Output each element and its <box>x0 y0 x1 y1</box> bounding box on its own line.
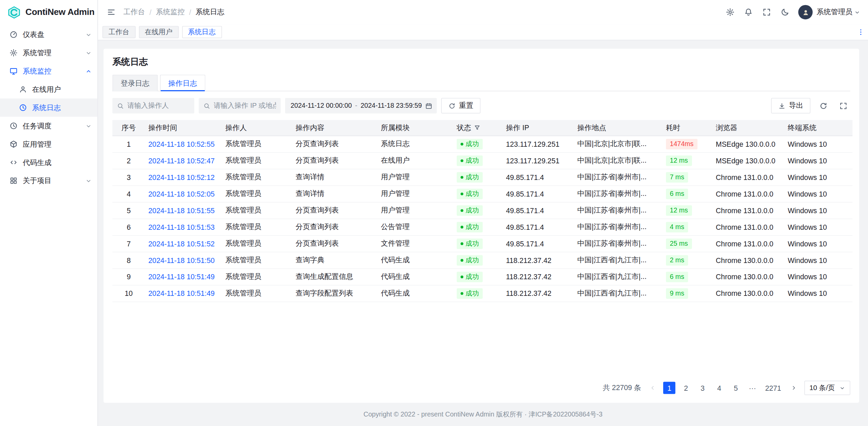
operation-time-link[interactable]: 2024-11-18 10:51:50 <box>149 256 215 264</box>
cell-time: 2024-11-18 10:51:55 <box>149 202 225 219</box>
cell-module: 在线用户 <box>381 152 457 169</box>
nav-tab-2[interactable]: 系统日志 <box>182 26 222 38</box>
operation-time-link[interactable]: 2024-11-18 10:52:47 <box>149 156 215 164</box>
operator-search-input[interactable] <box>127 102 190 109</box>
duration-badge: 6 ms <box>666 271 688 282</box>
log-tab-1[interactable]: 操作日志 <box>160 75 205 91</box>
pagination-ellipsis[interactable]: ··· <box>746 382 758 394</box>
breadcrumb: 工作台/系统监控/系统日志 <box>123 7 224 17</box>
sidebar-menu: 仪表盘系统管理系统监控在线用户系统日志任务调度应用管理代码生成关于项目 <box>0 24 97 190</box>
dark-mode-button[interactable] <box>778 5 792 19</box>
cell-status: 成功 <box>457 285 506 302</box>
table-row: 72024-11-18 10:51:52系统管理员分页查询列表文件管理成功49.… <box>112 235 852 252</box>
status-badge: 成功 <box>457 288 483 299</box>
notifications-button[interactable] <box>741 5 755 19</box>
operation-time-link[interactable]: 2024-11-18 10:51:49 <box>149 289 215 297</box>
tab-actions-icon[interactable] <box>857 28 865 36</box>
pagination-page-2271[interactable]: 2271 <box>763 382 783 394</box>
funnel-icon[interactable] <box>474 124 481 131</box>
cell-duration: 12 ms <box>666 152 716 169</box>
menu-collapse-button[interactable] <box>105 5 118 19</box>
duration-badge: 4 ms <box>666 222 688 232</box>
status-dot <box>460 209 463 211</box>
pagination-page-3[interactable]: 3 <box>696 382 709 394</box>
table-row: 82024-11-18 10:51:50系统管理员查询字典代码生成成功118.2… <box>112 252 852 268</box>
operation-time-link[interactable]: 2024-11-18 10:51:49 <box>149 272 215 281</box>
date-range-picker[interactable]: 2024-11-12 00:00:00 - 2024-11-18 23:59:5… <box>285 98 437 114</box>
status-badge: 成功 <box>457 155 483 166</box>
cell-browser: Chrome 131.0.0.0 <box>716 185 788 202</box>
operator-search-box[interactable] <box>112 98 194 114</box>
cell-ip: 49.85.171.4 <box>506 235 577 252</box>
sidebar-item-system-management[interactable]: 系统管理 <box>0 44 97 62</box>
pagination-prev-button[interactable] <box>647 382 659 394</box>
breadcrumb-item[interactable]: 系统监控 <box>156 7 185 17</box>
cell-status: 成功 <box>457 136 506 152</box>
table-fullscreen-button[interactable] <box>836 99 850 113</box>
operation-log-table: 序号操作时间操作人操作内容所属模块状态操作 IP操作地点耗时浏览器终端系统 12… <box>112 120 852 302</box>
sidebar-item-system-logs[interactable]: 系统日志 <box>0 99 97 117</box>
table-refresh-button[interactable] <box>816 99 830 113</box>
sidebar-item-code-generation[interactable]: 代码生成 <box>0 153 97 171</box>
nav-tab-0[interactable]: 工作台 <box>102 26 135 38</box>
pagination-page-4[interactable]: 4 <box>713 382 725 394</box>
fullscreen-button[interactable] <box>760 5 774 19</box>
cell-duration: 9 ms <box>666 285 716 302</box>
sidebar-item-online-users[interactable]: 在线用户 <box>0 80 97 99</box>
cell-location: 中国|江苏省|泰州市|... <box>577 219 666 235</box>
user-menu[interactable]: 系统管理员 <box>816 7 860 17</box>
footer-copyright: Copyright © 2022 - present ContiNew Admi… <box>98 403 868 426</box>
sidebar-item-system-monitor[interactable]: 系统监控 <box>0 62 97 80</box>
sidebar-item-label: 在线用户 <box>32 84 92 94</box>
cell-module: 用户管理 <box>381 202 457 219</box>
duration-badge: 1474ms <box>666 139 697 149</box>
log-tabs: 登录日志操作日志 <box>112 75 850 91</box>
expand-icon <box>839 102 847 110</box>
ip-search-box[interactable] <box>199 98 281 114</box>
sidebar-item-about-project[interactable]: 关于项目 <box>0 171 97 190</box>
pagination-next-button[interactable] <box>788 382 800 394</box>
sidebar: ContiNew Admin 仪表盘系统管理系统监控在线用户系统日志任务调度应用… <box>0 0 98 426</box>
cell-status: 成功 <box>457 202 506 219</box>
ip-search-input[interactable] <box>214 102 276 109</box>
logo[interactable]: ContiNew Admin <box>0 0 97 24</box>
cell-browser: Chrome 130.0.0.0 <box>716 285 788 302</box>
operation-time-link[interactable]: 2024-11-18 10:51:52 <box>149 239 215 247</box>
reset-button[interactable]: 重置 <box>441 98 480 114</box>
cell-operator: 系统管理员 <box>225 285 295 302</box>
log-card: 系统日志 登录日志操作日志 2024-11-12 00:00:00 - 20 <box>103 49 859 403</box>
status-badge: 成功 <box>457 222 483 232</box>
sidebar-item-dashboard[interactable]: 仪表盘 <box>0 25 97 44</box>
sidebar-item-task-schedule[interactable]: 任务调度 <box>0 117 97 135</box>
status-badge: 成功 <box>457 172 483 182</box>
cell-time: 2024-11-18 10:52:05 <box>149 185 225 202</box>
cell-content: 查询字段配置列表 <box>296 285 381 302</box>
cell-location: 中国|江西省|九江市|... <box>577 268 666 285</box>
operation-time-link[interactable]: 2024-11-18 10:52:12 <box>149 173 215 181</box>
operation-time-link[interactable]: 2024-11-18 10:51:53 <box>149 223 215 231</box>
table-row: 12024-11-18 10:52:55系统管理员分页查询列表系统日志成功123… <box>112 136 852 152</box>
operation-time-link[interactable]: 2024-11-18 10:52:55 <box>149 140 215 148</box>
pagination-page-5[interactable]: 5 <box>730 382 742 394</box>
page-size-select[interactable]: 10 条/页 <box>804 381 850 395</box>
nav-tab-1[interactable]: 在线用户 <box>139 26 179 38</box>
sidebar-item-label: 系统日志 <box>32 103 92 113</box>
cell-content: 分页查询列表 <box>296 152 381 169</box>
settings-button[interactable] <box>723 5 737 19</box>
pagination-page-1[interactable]: 1 <box>663 382 675 394</box>
cell-module: 代码生成 <box>381 268 457 285</box>
cell-module: 用户管理 <box>381 169 457 185</box>
operation-time-link[interactable]: 2024-11-18 10:52:05 <box>149 189 215 198</box>
log-tab-0[interactable]: 登录日志 <box>112 75 158 91</box>
cell-ip: 118.212.37.42 <box>506 268 577 285</box>
status-dot <box>460 176 463 178</box>
pagination-page-2[interactable]: 2 <box>680 382 692 394</box>
operation-time-link[interactable]: 2024-11-18 10:51:55 <box>149 206 215 214</box>
cell-location: 中国|江苏省|泰州市|... <box>577 185 666 202</box>
status-dot <box>460 159 463 162</box>
cell-index: 5 <box>112 202 148 219</box>
sidebar-item-app-management[interactable]: 应用管理 <box>0 135 97 153</box>
breadcrumb-item[interactable]: 工作台 <box>123 7 145 17</box>
export-button[interactable]: 导出 <box>771 98 810 114</box>
avatar[interactable] <box>798 5 812 19</box>
